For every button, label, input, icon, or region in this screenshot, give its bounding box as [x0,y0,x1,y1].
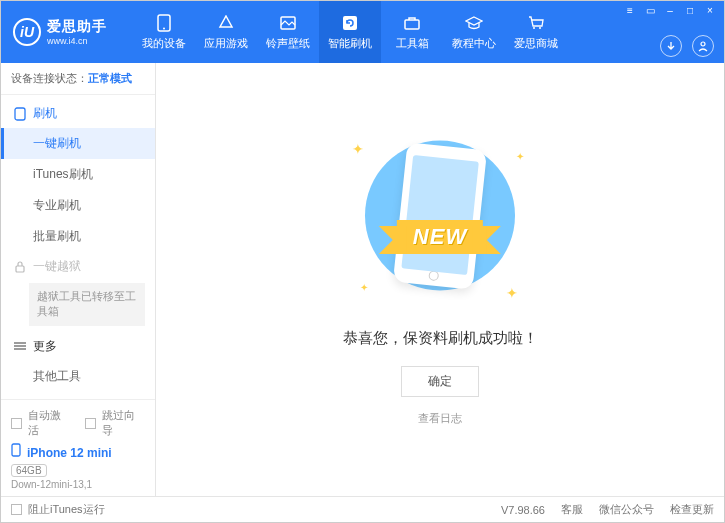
app-header: iU 爱思助手 www.i4.cn 我的设备 应用游戏 铃声壁纸 智能刷机 工具… [1,1,724,63]
toolbox-icon [403,14,421,32]
nav-toolbox[interactable]: 工具箱 [381,1,443,63]
skin-icon[interactable]: ▭ [642,3,658,17]
nav-ringtones[interactable]: 铃声壁纸 [257,1,319,63]
jailbreak-note: 越狱工具已转移至工具箱 [29,283,145,326]
nav-label: 教程中心 [452,36,496,51]
phone-icon [155,14,173,32]
cart-icon [527,14,545,32]
sidebar-item-download-fw[interactable]: 下载固件 [1,392,155,399]
nav-my-device[interactable]: 我的设备 [133,1,195,63]
device-name[interactable]: iPhone 12 mini [27,446,112,460]
nav-label: 工具箱 [396,36,429,51]
nav-label: 铃声壁纸 [266,36,310,51]
checkbox-skip-guide[interactable] [85,418,96,429]
svg-rect-13 [12,444,20,456]
nav-tutorials[interactable]: 教程中心 [443,1,505,63]
close-button[interactable]: × [702,3,718,17]
brand-url: www.i4.cn [47,36,107,46]
nav-apps[interactable]: 应用游戏 [195,1,257,63]
phone-illustration-icon [393,142,487,290]
sidebar-item-batch[interactable]: 批量刷机 [1,221,155,252]
success-illustration: NEW ✦ ✦ ✦ ✦ [330,133,550,313]
sidebar-item-itunes[interactable]: iTunes刷机 [1,159,155,190]
svg-rect-8 [15,108,25,120]
ok-button[interactable]: 确定 [401,366,479,397]
status-mode: 正常模式 [88,72,132,84]
brand-name: 爱思助手 [47,18,107,36]
svg-rect-9 [16,266,24,272]
apps-icon [217,14,235,32]
success-message: 恭喜您，保资料刷机成功啦！ [343,329,538,348]
logo-area: iU 爱思助手 www.i4.cn [1,18,133,46]
check-update-link[interactable]: 检查更新 [670,502,714,517]
maximize-button[interactable]: □ [682,3,698,17]
main-panel: NEW ✦ ✦ ✦ ✦ 恭喜您，保资料刷机成功啦！ 确定 查看日志 [156,63,724,496]
sparkle-icon: ✦ [352,141,364,157]
view-log-link[interactable]: 查看日志 [418,411,462,426]
graduation-icon [465,14,483,32]
more-icon [13,339,27,353]
nav-label: 智能刷机 [328,36,372,51]
lock-icon [13,260,27,274]
sidebar-item-pro[interactable]: 专业刷机 [1,190,155,221]
sidebar-item-onekey[interactable]: 一键刷机 [1,128,155,159]
menu-icon[interactable]: ≡ [622,3,638,17]
storage-badge: 64GB [11,464,47,477]
wechat-link[interactable]: 微信公众号 [599,502,654,517]
nav-store[interactable]: 爱思商城 [505,1,567,63]
version-label: V7.98.66 [501,504,545,516]
firmware-label: Down-12mini-13,1 [11,479,145,490]
group-flash[interactable]: 刷机 [1,99,155,128]
checkbox-block-itunes[interactable] [11,504,22,515]
svg-point-1 [163,27,165,29]
group-jailbreak[interactable]: 一键越狱 [1,252,155,281]
sparkle-icon: ✦ [516,151,524,162]
svg-point-6 [539,27,541,29]
sidebar-bottom: 自动激活 跳过向导 iPhone 12 mini 64GB Down-12min… [1,399,155,496]
sparkle-icon: ✦ [360,282,368,293]
window-controls: ≡ ▭ – □ × [622,3,718,17]
minimize-button[interactable]: – [662,3,678,17]
svg-rect-4 [405,20,419,29]
flash-group-icon [13,107,27,121]
device-status: 设备连接状态：正常模式 [1,63,155,95]
auto-activate-label: 自动激活 [28,408,71,438]
svg-point-5 [533,27,535,29]
nav-flash[interactable]: 智能刷机 [319,1,381,63]
sidebar: 设备连接状态：正常模式 刷机 一键刷机 iTunes刷机 专业刷机 批量刷机 一… [1,63,156,496]
logo-icon: iU [13,18,41,46]
block-itunes-label: 阻止iTunes运行 [28,502,105,517]
device-icon [11,443,21,459]
download-button[interactable] [660,35,682,57]
nav-label: 爱思商城 [514,36,558,51]
sidebar-item-other-tools[interactable]: 其他工具 [1,361,155,392]
support-link[interactable]: 客服 [561,502,583,517]
nav-label: 我的设备 [142,36,186,51]
refresh-icon [341,14,359,32]
nav-label: 应用游戏 [204,36,248,51]
sparkle-icon: ✦ [506,285,518,301]
wallpaper-icon [279,14,297,32]
ribbon-new: NEW [397,220,483,254]
svg-point-7 [701,42,705,46]
skip-guide-label: 跳过向导 [102,408,145,438]
footer: 阻止iTunes运行 V7.98.66 客服 微信公众号 检查更新 [1,496,724,522]
user-button[interactable] [692,35,714,57]
group-more[interactable]: 更多 [1,332,155,361]
checkbox-auto-activate[interactable] [11,418,22,429]
